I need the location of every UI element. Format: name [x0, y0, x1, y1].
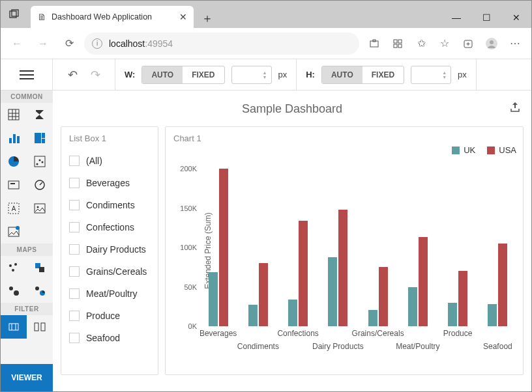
close-tab-icon[interactable]: ✕: [179, 12, 187, 22]
window-minimize-button[interactable]: —: [441, 7, 471, 28]
bar[interactable]: [448, 303, 457, 326]
height-unit: px: [458, 70, 467, 79]
forward-button[interactable]: →: [32, 33, 54, 55]
hamburger-menu-button[interactable]: [1, 59, 53, 90]
grid-item-icon[interactable]: [1, 103, 27, 126]
range-filter-icon[interactable]: [1, 315, 27, 339]
url-input[interactable]: i localhost:49954: [84, 33, 359, 55]
checkbox-icon[interactable]: [69, 266, 80, 277]
profile-icon[interactable]: [480, 33, 503, 55]
checkbox-icon[interactable]: [69, 288, 80, 299]
back-button[interactable]: ←: [6, 33, 28, 55]
width-auto-option[interactable]: AUTO: [142, 66, 183, 83]
pie-item-icon[interactable]: [1, 150, 27, 173]
bar[interactable]: [328, 257, 337, 326]
choropleth-map-icon[interactable]: [27, 256, 53, 279]
checkbox-icon[interactable]: [69, 222, 80, 232]
bar[interactable]: [338, 210, 347, 326]
bar-group: [318, 169, 358, 326]
listbox-item[interactable]: Confections: [69, 216, 150, 238]
browser-tab[interactable]: 🗎 Dashboard Web Application ✕: [31, 6, 194, 28]
height-label: H:: [306, 70, 315, 79]
svg-point-38: [9, 264, 12, 267]
bar[interactable]: [419, 237, 428, 326]
width-mode-toggle[interactable]: AUTO FIXED: [141, 66, 224, 84]
xtick-label: Seafood: [483, 342, 512, 351]
pie-map-icon[interactable]: [27, 279, 53, 303]
window-maximize-button[interactable]: ☐: [471, 7, 501, 28]
scatter-item-icon[interactable]: [27, 150, 53, 173]
svg-rect-13: [8, 109, 19, 120]
listbox-item[interactable]: Condiments: [69, 194, 150, 216]
listbox-item[interactable]: Produce: [69, 305, 150, 327]
bar[interactable]: [248, 305, 258, 326]
sigma-item-icon[interactable]: [27, 103, 53, 126]
tab-actions-icon[interactable]: [1, 1, 28, 28]
bar[interactable]: [498, 244, 507, 326]
undo-button[interactable]: ↶: [68, 68, 78, 82]
bar[interactable]: [488, 304, 497, 326]
viewer-button[interactable]: VIEWER: [1, 364, 53, 391]
export-icon[interactable]: [509, 101, 521, 115]
card-item-icon[interactable]: [1, 173, 27, 197]
checkbox-icon[interactable]: [69, 333, 80, 343]
refresh-button[interactable]: ⟳: [58, 33, 80, 55]
bar[interactable]: [379, 267, 388, 326]
site-info-icon[interactable]: i: [92, 38, 102, 49]
checkbox-icon[interactable]: [69, 156, 80, 166]
redo-button[interactable]: ↷: [91, 68, 100, 82]
bar[interactable]: [288, 300, 297, 326]
chart-plot-area: [198, 169, 518, 326]
favorites-add-icon[interactable]: ✩: [410, 33, 432, 55]
bound-image-item-icon[interactable]: [1, 220, 27, 244]
width-fixed-option[interactable]: FIXED: [183, 66, 224, 83]
height-fixed-option[interactable]: FIXED: [362, 66, 404, 83]
text-item-icon[interactable]: A: [1, 197, 27, 220]
bar[interactable]: [408, 287, 417, 327]
listbox-item[interactable]: Seafood: [69, 327, 150, 349]
window-close-button[interactable]: ✕: [501, 7, 531, 28]
height-auto-option[interactable]: AUTO: [322, 66, 362, 83]
tab-title: Dashboard Web Application: [52, 12, 174, 21]
bar[interactable]: [219, 169, 228, 326]
collections-icon[interactable]: [457, 33, 479, 55]
ytick-label: 0K: [188, 322, 197, 330]
bar-chart-item-icon[interactable]: [1, 126, 27, 150]
menu-icon[interactable]: ⋯: [504, 33, 526, 55]
new-tab-button[interactable]: ＋: [198, 8, 217, 28]
height-mode-toggle[interactable]: AUTO FIXED: [321, 66, 404, 84]
bar[interactable]: [368, 310, 377, 326]
bar[interactable]: [259, 263, 268, 326]
height-input[interactable]: ▲▼: [411, 66, 451, 84]
dashboard-canvas: Sample Dashboard List Box 1 (All)Beverag…: [53, 91, 531, 391]
listbox-item[interactable]: Grains/Cereals: [69, 260, 150, 283]
list-filter-icon[interactable]: [27, 315, 53, 339]
svg-point-45: [35, 287, 39, 290]
checkbox-icon[interactable]: [69, 200, 80, 210]
listbox-item[interactable]: (All): [69, 150, 150, 172]
bubble-map-icon[interactable]: [1, 279, 27, 303]
gauge-item-icon[interactable]: [27, 173, 53, 197]
qr-icon[interactable]: [387, 33, 409, 55]
legend-label-uk: UK: [464, 145, 475, 155]
listbox-item[interactable]: Meat/Poultry: [69, 283, 150, 305]
favorites-icon[interactable]: ☆: [434, 33, 456, 55]
width-label: W:: [125, 70, 135, 79]
listbox-item[interactable]: Dairy Products: [69, 238, 150, 260]
ytick-label: 200K: [180, 165, 197, 173]
bar[interactable]: [458, 271, 467, 326]
dashboard-title: Sample Dashboard: [61, 102, 524, 116]
screenshot-icon[interactable]: [363, 33, 385, 55]
image-item-icon[interactable]: [27, 197, 53, 220]
listbox-item[interactable]: Beverages: [69, 172, 150, 194]
width-input[interactable]: ▲▼: [231, 66, 272, 84]
bar[interactable]: [299, 221, 308, 326]
listbox-item-label: Produce: [86, 311, 120, 321]
bar[interactable]: [209, 272, 218, 326]
svg-point-43: [9, 287, 13, 290]
checkbox-icon[interactable]: [69, 311, 80, 321]
checkbox-icon[interactable]: [69, 178, 80, 188]
treemap-item-icon[interactable]: [27, 126, 53, 150]
checkbox-icon[interactable]: [69, 244, 80, 255]
geo-point-map-icon[interactable]: [1, 256, 27, 279]
